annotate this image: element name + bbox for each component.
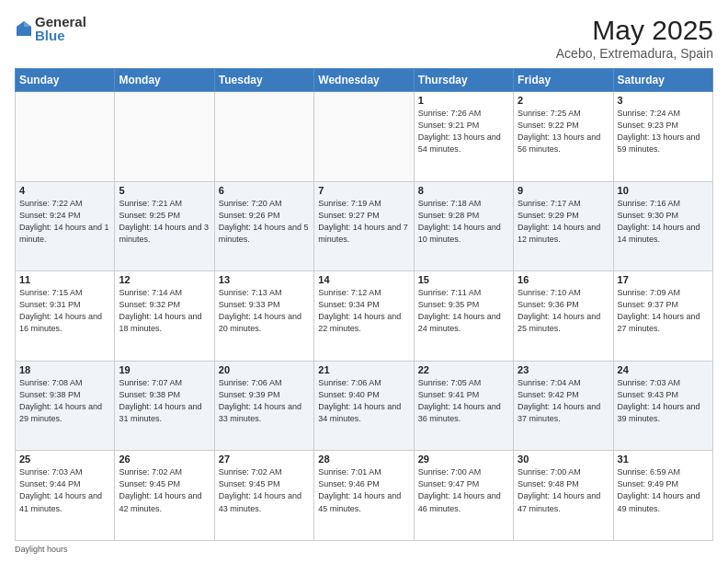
day-info: Sunrise: 7:08 AM Sunset: 9:38 PM Dayligh… — [19, 377, 110, 425]
day-info: Sunrise: 6:59 AM Sunset: 9:49 PM Dayligh… — [618, 466, 709, 514]
page: General Blue May 2025 Acebo, Extremadura… — [0, 0, 728, 563]
day-info: Sunrise: 7:06 AM Sunset: 9:40 PM Dayligh… — [318, 377, 409, 425]
day-number: 4 — [19, 185, 110, 196]
day-info: Sunrise: 7:01 AM Sunset: 9:46 PM Dayligh… — [318, 466, 409, 514]
day-cell-16: 16Sunrise: 7:10 AM Sunset: 9:36 PM Dayli… — [514, 271, 613, 362]
day-info: Sunrise: 7:26 AM Sunset: 9:21 PM Dayligh… — [418, 108, 509, 155]
day-info: Sunrise: 7:09 AM Sunset: 9:37 PM Dayligh… — [618, 287, 709, 335]
week-row-2: 4Sunrise: 7:22 AM Sunset: 9:24 PM Daylig… — [16, 181, 713, 271]
weekday-header-row: SundayMondayTuesdayWednesdayThursdayFrid… — [16, 69, 713, 92]
day-number: 11 — [19, 274, 110, 285]
day-number: 16 — [518, 274, 609, 285]
day-number: 3 — [618, 95, 709, 106]
day-number: 28 — [318, 454, 409, 465]
day-cell-empty-2 — [214, 92, 313, 182]
logo-text: General Blue — [35, 15, 86, 42]
day-number: 23 — [518, 364, 609, 375]
day-cell-1: 1Sunrise: 7:26 AM Sunset: 9:21 PM Daylig… — [414, 92, 513, 182]
day-info: Sunrise: 7:20 AM Sunset: 9:26 PM Dayligh… — [219, 198, 310, 246]
week-row-4: 18Sunrise: 7:08 AM Sunset: 9:38 PM Dayli… — [16, 361, 713, 451]
weekday-header-saturday: Saturday — [613, 69, 712, 92]
day-cell-7: 7Sunrise: 7:19 AM Sunset: 9:27 PM Daylig… — [314, 181, 414, 271]
day-info: Sunrise: 7:06 AM Sunset: 9:39 PM Dayligh… — [219, 377, 310, 425]
day-cell-19: 19Sunrise: 7:07 AM Sunset: 9:38 PM Dayli… — [115, 361, 214, 451]
day-cell-20: 20Sunrise: 7:06 AM Sunset: 9:39 PM Dayli… — [214, 361, 313, 451]
day-number: 29 — [418, 454, 509, 465]
day-info: Sunrise: 7:18 AM Sunset: 9:28 PM Dayligh… — [418, 198, 509, 246]
day-cell-13: 13Sunrise: 7:13 AM Sunset: 9:33 PM Dayli… — [214, 271, 313, 362]
title-block: May 2025 Acebo, Extremadura, Spain — [556, 15, 713, 61]
day-info: Sunrise: 7:07 AM Sunset: 9:38 PM Dayligh… — [119, 377, 210, 425]
day-number: 19 — [119, 364, 210, 375]
day-number: 8 — [418, 185, 509, 196]
week-row-5: 25Sunrise: 7:03 AM Sunset: 9:44 PM Dayli… — [16, 451, 713, 541]
day-cell-10: 10Sunrise: 7:16 AM Sunset: 9:30 PM Dayli… — [613, 181, 712, 271]
day-number: 25 — [19, 454, 110, 465]
day-info: Sunrise: 7:11 AM Sunset: 9:35 PM Dayligh… — [418, 287, 509, 335]
day-info: Sunrise: 7:03 AM Sunset: 9:43 PM Dayligh… — [618, 377, 709, 425]
day-info: Sunrise: 7:21 AM Sunset: 9:25 PM Dayligh… — [119, 198, 210, 246]
day-number: 21 — [318, 364, 409, 375]
day-cell-empty-0 — [16, 92, 115, 182]
day-cell-11: 11Sunrise: 7:15 AM Sunset: 9:31 PM Dayli… — [16, 271, 115, 362]
day-info: Sunrise: 7:24 AM Sunset: 9:23 PM Dayligh… — [618, 108, 709, 155]
day-info: Sunrise: 7:22 AM Sunset: 9:24 PM Dayligh… — [19, 198, 110, 246]
day-cell-23: 23Sunrise: 7:04 AM Sunset: 9:42 PM Dayli… — [514, 361, 613, 451]
day-info: Sunrise: 7:02 AM Sunset: 9:45 PM Dayligh… — [119, 466, 210, 514]
day-cell-21: 21Sunrise: 7:06 AM Sunset: 9:40 PM Dayli… — [314, 361, 414, 451]
week-row-1: 1Sunrise: 7:26 AM Sunset: 9:21 PM Daylig… — [16, 92, 713, 182]
day-number: 30 — [518, 454, 609, 465]
day-info: Sunrise: 7:05 AM Sunset: 9:41 PM Dayligh… — [418, 377, 509, 425]
weekday-header-monday: Monday — [115, 69, 214, 92]
day-info: Sunrise: 7:12 AM Sunset: 9:34 PM Dayligh… — [318, 287, 409, 335]
day-cell-24: 24Sunrise: 7:03 AM Sunset: 9:43 PM Dayli… — [613, 361, 712, 451]
day-info: Sunrise: 7:14 AM Sunset: 9:32 PM Dayligh… — [119, 287, 210, 335]
day-cell-27: 27Sunrise: 7:02 AM Sunset: 9:45 PM Dayli… — [214, 451, 313, 541]
day-number: 6 — [219, 185, 310, 196]
day-number: 20 — [219, 364, 310, 375]
day-cell-2: 2Sunrise: 7:25 AM Sunset: 9:22 PM Daylig… — [514, 92, 613, 182]
day-info: Sunrise: 7:02 AM Sunset: 9:45 PM Dayligh… — [219, 466, 310, 514]
day-number: 18 — [19, 364, 110, 375]
day-cell-14: 14Sunrise: 7:12 AM Sunset: 9:34 PM Dayli… — [314, 271, 414, 362]
day-cell-8: 8Sunrise: 7:18 AM Sunset: 9:28 PM Daylig… — [414, 181, 513, 271]
logo-icon — [15, 19, 33, 38]
day-number: 12 — [119, 274, 210, 285]
day-info: Sunrise: 7:10 AM Sunset: 9:36 PM Dayligh… — [518, 287, 609, 335]
day-number: 7 — [318, 185, 409, 196]
day-info: Sunrise: 7:00 AM Sunset: 9:48 PM Dayligh… — [518, 466, 609, 514]
day-number: 15 — [418, 274, 509, 285]
subtitle: Acebo, Extremadura, Spain — [556, 46, 713, 61]
day-cell-17: 17Sunrise: 7:09 AM Sunset: 9:37 PM Dayli… — [613, 271, 712, 362]
day-number: 27 — [219, 454, 310, 465]
day-cell-22: 22Sunrise: 7:05 AM Sunset: 9:41 PM Dayli… — [414, 361, 513, 451]
day-cell-15: 15Sunrise: 7:11 AM Sunset: 9:35 PM Dayli… — [414, 271, 513, 362]
day-number: 5 — [119, 185, 210, 196]
weekday-header-tuesday: Tuesday — [214, 69, 313, 92]
day-cell-6: 6Sunrise: 7:20 AM Sunset: 9:26 PM Daylig… — [214, 181, 313, 271]
header: General Blue May 2025 Acebo, Extremadura… — [15, 15, 713, 61]
day-number: 14 — [318, 274, 409, 285]
day-cell-30: 30Sunrise: 7:00 AM Sunset: 9:48 PM Dayli… — [514, 451, 613, 541]
logo-general-text: General — [35, 15, 86, 29]
day-info: Sunrise: 7:00 AM Sunset: 9:47 PM Dayligh… — [418, 466, 509, 514]
logo: General Blue — [15, 15, 86, 42]
day-info: Sunrise: 7:13 AM Sunset: 9:33 PM Dayligh… — [219, 287, 310, 335]
day-info: Sunrise: 7:03 AM Sunset: 9:44 PM Dayligh… — [19, 466, 110, 514]
day-cell-empty-1 — [115, 92, 214, 182]
day-info: Sunrise: 7:15 AM Sunset: 9:31 PM Dayligh… — [19, 287, 110, 335]
weekday-header-thursday: Thursday — [414, 69, 513, 92]
weekday-header-wednesday: Wednesday — [314, 69, 414, 92]
day-number: 13 — [219, 274, 310, 285]
day-number: 22 — [418, 364, 509, 375]
day-cell-empty-3 — [314, 92, 414, 182]
day-number: 10 — [618, 185, 709, 196]
week-row-3: 11Sunrise: 7:15 AM Sunset: 9:31 PM Dayli… — [16, 271, 713, 362]
day-cell-26: 26Sunrise: 7:02 AM Sunset: 9:45 PM Dayli… — [115, 451, 214, 541]
calendar-table: SundayMondayTuesdayWednesdayThursdayFrid… — [15, 68, 713, 541]
day-number: 9 — [518, 185, 609, 196]
day-info: Sunrise: 7:25 AM Sunset: 9:22 PM Dayligh… — [518, 108, 609, 155]
day-cell-4: 4Sunrise: 7:22 AM Sunset: 9:24 PM Daylig… — [16, 181, 115, 271]
weekday-header-sunday: Sunday — [16, 69, 115, 92]
day-cell-9: 9Sunrise: 7:17 AM Sunset: 9:29 PM Daylig… — [514, 181, 613, 271]
